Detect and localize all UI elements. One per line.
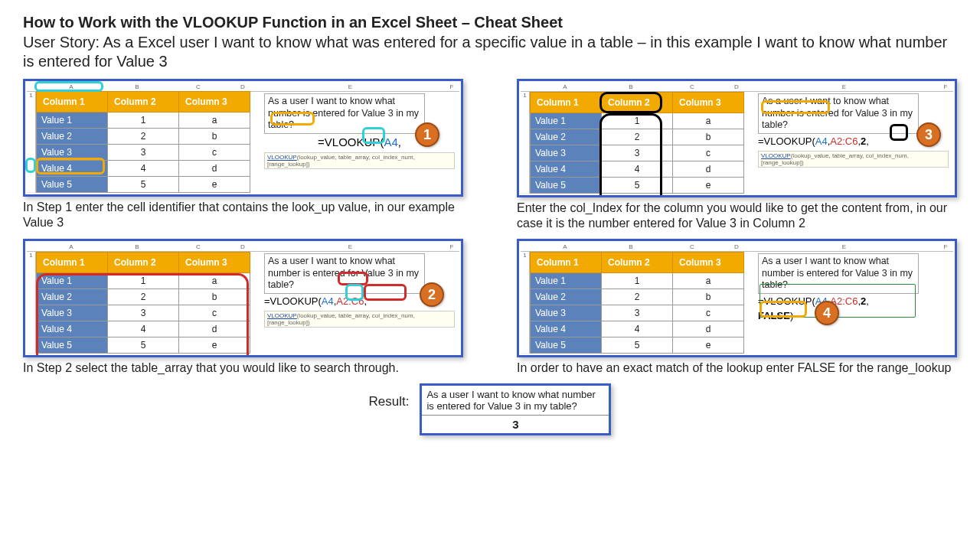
- cell: 5: [108, 177, 179, 193]
- formula-false-arg: FALSE: [758, 310, 790, 321]
- excel-panel-4: ABCDEF 1 Column 1Column 2Column 3 Value …: [517, 239, 957, 357]
- step-3: ABCDEF 1 Column 1Column 2Column 3 Value …: [517, 79, 957, 234]
- step-4-caption: In order to have an exact match of the l…: [517, 360, 957, 376]
- excel-panel-3: ABCDEF 1 Column 1Column 2Column 3 Value …: [517, 79, 957, 197]
- cell: a: [179, 112, 250, 129]
- result-question: As a user I want to know what number is …: [422, 386, 609, 416]
- formula-step4-line2: FALSE): [758, 308, 949, 323]
- col-F: F: [444, 83, 459, 91]
- excel-panel-1: A B C D E F 1 Column 1Column 2Column 3 V…: [23, 79, 463, 197]
- formula-tooltip: VLOOKUP(lookup_value, table_array, col_i…: [758, 151, 949, 168]
- formula-seg: =VLOOKUP(: [318, 135, 384, 148]
- cell: e: [179, 177, 250, 193]
- step-badge-4: 4: [815, 301, 839, 325]
- cell-value: Value 5: [37, 177, 108, 193]
- step-3-caption: Enter the col_Index for the column you w…: [517, 201, 957, 231]
- cell-value: Value 3: [37, 145, 108, 161]
- step-2: ABCDEF 1 Column 1Column 2Column 3 Value …: [23, 239, 463, 379]
- cell: d: [179, 161, 250, 177]
- data-table: Column 1Column 2Column 3 Value 11a Value…: [530, 92, 744, 194]
- cell: 1: [108, 112, 179, 129]
- formula-seg: ,: [398, 135, 401, 148]
- cell: 2: [108, 129, 179, 145]
- formula-seg-lookup: A4: [384, 135, 397, 148]
- data-table: Column 1Column 2Column 3 Value 11a Value…: [36, 252, 250, 354]
- column-headers: ABCDEF: [27, 243, 459, 252]
- user-note: As a user I want to know what number is …: [264, 253, 425, 294]
- step-1: A B C D E F 1 Column 1Column 2Column 3 V…: [23, 79, 463, 234]
- cell: b: [179, 129, 250, 145]
- cell-value: Value 2: [37, 129, 108, 145]
- data-table: Column 1Column 2Column 3 Value 11a Value…: [36, 91, 250, 193]
- data-table: Column 1Column 2Column 3 Value 11a Value…: [530, 252, 744, 354]
- step-badge-1: 1: [415, 122, 439, 147]
- step-badge-2: 2: [420, 282, 444, 307]
- cell-value: Value 4: [37, 161, 108, 177]
- page-title: How to Work with the VLOOKUP Function in…: [23, 14, 957, 31]
- result-answer: 3: [422, 416, 609, 433]
- col-D: D: [229, 83, 256, 91]
- header-col1: Column 1: [37, 92, 108, 112]
- header-col3: Column 3: [179, 92, 250, 112]
- col-B: B: [106, 83, 168, 91]
- column-headers: ABCDEF: [521, 243, 953, 252]
- cell: 3: [108, 145, 179, 161]
- formula-seg-range: A2:C6: [336, 295, 364, 307]
- cell: 4: [108, 161, 179, 177]
- formula-tooltip: VLOOKUP(lookup_value, table_array, col_i…: [264, 152, 455, 169]
- col-E: E: [256, 83, 444, 91]
- result-label: Result:: [369, 383, 410, 409]
- excel-panel-2: ABCDEF 1 Column 1Column 2Column 3 Value …: [23, 239, 463, 357]
- formula-step4-line1: =VLOOKUP(A4,A2:C6,2,: [758, 294, 949, 308]
- user-story: User Story: As a Excel user I want to kn…: [23, 33, 957, 71]
- header-col2: Column 2: [108, 92, 179, 112]
- step-1-caption: In Step 1 enter the cell identifier that…: [23, 200, 463, 230]
- result-panel: As a user I want to know what number is …: [420, 383, 611, 435]
- col-C: C: [168, 83, 229, 91]
- step-4: ABCDEF 1 Column 1Column 2Column 3 Value …: [517, 239, 957, 379]
- result-section: Result: As a user I want to know what nu…: [23, 383, 957, 435]
- cell: c: [179, 145, 250, 161]
- tooltip-fn: VLOOKUP: [267, 154, 297, 161]
- formula-tooltip: VLOOKUP(lookup_value, table_array, col_i…: [264, 311, 455, 328]
- user-note: As a user I want to know what number is …: [264, 93, 425, 134]
- user-note: As a user I want to know what number is …: [758, 253, 919, 294]
- row-num: 1: [27, 92, 36, 193]
- col-A: A: [36, 83, 106, 91]
- step-2-caption: In Step 2 select the table_array that yo…: [23, 360, 463, 376]
- column-headers: ABCDEF: [521, 83, 953, 92]
- cell-value: Value 1: [37, 112, 108, 129]
- user-note: As a user I want to know what number is …: [758, 93, 919, 134]
- step-badge-3: 3: [916, 122, 941, 147]
